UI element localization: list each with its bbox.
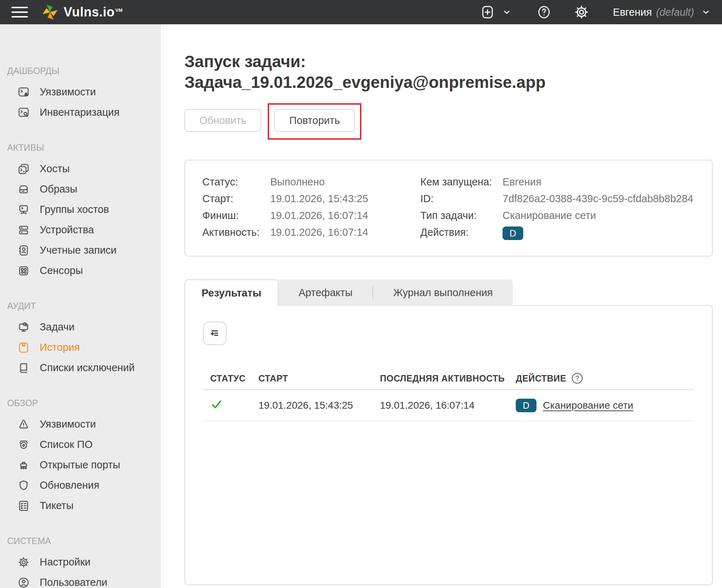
shield-icon — [17, 479, 30, 492]
sidebar-item-label: Учетные записи — [40, 244, 117, 256]
info-label: Статус: — [202, 176, 270, 188]
chevron-down-icon[interactable] — [502, 8, 511, 17]
sidebar-item-istoriya[interactable]: История — [0, 337, 161, 358]
section-title: СИСТЕМА — [7, 536, 161, 546]
filter-button[interactable] — [203, 322, 227, 345]
sidebar-item-label: Тикеты — [40, 500, 74, 512]
add-task-icon[interactable] — [480, 4, 495, 20]
sidebar-item-inventarizaciya[interactable]: Инвентаризация — [0, 102, 161, 123]
sidebar-item-tikety[interactable]: Тикеты — [0, 495, 161, 516]
accounts-icon — [17, 244, 30, 257]
info-column-left: Статус: Выполнено Старт: 19.01.2026, 15:… — [202, 176, 420, 240]
gear-icon[interactable] — [574, 4, 589, 20]
sidebar-item-gruppy-hostov[interactable]: Группы хостов — [0, 199, 161, 220]
section-title: ОБЗОР — [7, 398, 161, 408]
devices-icon — [17, 224, 30, 236]
exclusion-lists-icon — [17, 362, 30, 374]
sidebar-item-label: Открытые порты — [40, 459, 120, 471]
sidebar-item-zadachi[interactable]: Задачи — [0, 317, 161, 337]
users-icon — [17, 576, 30, 588]
activity-value: 19.01.2026, 16:07:14 — [270, 226, 420, 238]
sidebar: ДАШБОРДЫ Уязвимости Инвентаризация — [0, 24, 161, 588]
info-column-right: Кем запущена: Евгения ID: 7df826a2-0388-… — [420, 176, 698, 240]
info-label: Старт: — [202, 193, 270, 205]
page-title-line2: Задача_19.01.2026_evgeniya@onpremise.app — [184, 73, 546, 91]
sidebar-section-assets: АКТИВЫ Хосты Образы — [0, 143, 161, 281]
user-menu[interactable]: Евгения (default) — [613, 6, 711, 18]
sidebar-section-audit: АУДИТ Задачи История — [0, 301, 161, 378]
launched-by-value: Евгения — [503, 176, 698, 188]
start-value: 19.01.2026, 15:43:25 — [270, 193, 420, 205]
page-title: Запуск задачи: Задача_19.01.2026_evgeniy… — [184, 51, 713, 93]
success-check-icon — [210, 398, 223, 411]
warning-screen-icon — [17, 86, 30, 99]
tab-artefakty[interactable]: Артефакты — [278, 279, 372, 306]
software-disc-icon — [17, 438, 30, 451]
sidebar-item-ustroystva[interactable]: Устройства — [0, 220, 161, 240]
row-last-activity-value: 19.01.2026, 16:07:14 — [380, 400, 516, 411]
table-row[interactable]: 19.01.2026, 15:43:25 19.01.2026, 16:07:1… — [203, 390, 694, 422]
page-title-line1: Запуск задачи: — [184, 52, 306, 71]
sidebar-item-obrazy[interactable]: Образы — [0, 179, 161, 199]
info-label: Активность: — [202, 226, 270, 238]
action-badge[interactable]: D — [503, 226, 523, 240]
info-label: ID: — [420, 193, 503, 205]
sidebar-item-label: Настройки — [40, 556, 90, 568]
sidebar-item-hosty[interactable]: Хосты — [0, 159, 161, 179]
action-badge[interactable]: D — [516, 399, 536, 412]
sidebar-section-dashboards: ДАШБОРДЫ Уязвимости Инвентаризация — [0, 66, 161, 123]
sidebar-item-label: Уязвимости — [40, 418, 96, 430]
sensors-icon — [17, 264, 30, 277]
sidebar-item-sensory[interactable]: Сенсоры — [0, 260, 161, 281]
task-id-value: 7df826a2-0388-439c-9c59-cfdab8b8b284 — [503, 193, 698, 205]
user-name: Евгения — [613, 6, 652, 18]
sidebar-item-uchetnye-zapisi[interactable]: Учетные записи — [0, 240, 161, 260]
sidebar-item-obnovleniya[interactable]: Обновления — [0, 475, 161, 495]
refresh-button[interactable]: Обновить — [184, 109, 261, 132]
vulnsio-logo-icon[interactable] — [41, 4, 59, 21]
tickets-icon — [17, 499, 30, 512]
task-info-card: Статус: Выполнено Старт: 19.01.2026, 15:… — [184, 160, 713, 256]
tab-zhurnal-vypolneniya[interactable]: Журнал выполнения — [373, 279, 513, 306]
menu-icon[interactable] — [11, 7, 28, 18]
sidebar-item-otkrytye-porty[interactable]: Открытые порты — [0, 455, 161, 475]
sidebar-item-label: Хосты — [40, 163, 70, 175]
section-title: ДАШБОРДЫ — [7, 66, 161, 76]
info-label: Кем запущена: — [420, 176, 503, 188]
annotation-highlight: Повторить — [268, 103, 361, 140]
section-title: АУДИТ — [7, 301, 161, 311]
info-label: Финиш: — [202, 210, 270, 221]
sidebar-item-label: История — [40, 342, 80, 353]
sidebar-item-polzovateli[interactable]: Пользователи — [0, 572, 161, 588]
help-icon[interactable] — [536, 5, 552, 20]
sidebar-item-label: Уязвимости — [40, 86, 96, 98]
tabs-inactive-group: Артефакты Журнал выполнения — [278, 279, 513, 306]
results-panel: СТАТУС СТАРТ ПОСЛЕДНЯЯ АКТИВНОСТЬ ДЕЙСТВ… — [184, 305, 713, 585]
sidebar-item-uyazvimosti-dashboard[interactable]: Уязвимости — [0, 82, 161, 102]
tab-rezultaty[interactable]: Результаты — [184, 279, 278, 306]
column-help-icon[interactable]: ? — [572, 373, 583, 384]
info-label: Действия: — [420, 226, 503, 240]
info-label: Тип задачи: — [420, 210, 503, 221]
search-screen-icon — [17, 106, 30, 119]
open-ports-icon — [17, 459, 30, 472]
repeat-button[interactable]: Повторить — [274, 109, 355, 132]
sidebar-item-label: Группы хостов — [40, 204, 109, 215]
topbar: Vulns.ioVM Евгения (default) — [0, 0, 722, 24]
section-title: АКТИВЫ — [7, 143, 161, 153]
gear-icon — [17, 556, 30, 569]
action-buttons: Обновить Повторить — [184, 109, 713, 140]
sidebar-item-spisok-po[interactable]: Список ПО — [0, 434, 161, 455]
action-link[interactable]: Сканирование сети — [543, 400, 633, 411]
user-suffix: (default) — [656, 6, 694, 18]
table-header-row: СТАТУС СТАРТ ПОСЛЕДНЯЯ АКТИВНОСТЬ ДЕЙСТВ… — [203, 367, 694, 390]
sidebar-item-nastroyki[interactable]: Настройки — [0, 552, 161, 572]
column-header-action: ДЕЙСТВИЕ — [516, 373, 566, 384]
sidebar-item-spiski-isklyucheniy[interactable]: Списки исключений — [0, 358, 161, 378]
task-type-value: Сканирование сети — [503, 210, 698, 221]
main-content: Запуск задачи: Задача_19.01.2026_evgeniy… — [161, 24, 722, 588]
sidebar-item-label: Образы — [40, 183, 77, 195]
host-groups-icon — [17, 203, 30, 216]
sidebar-item-uyazvimosti-obzor[interactable]: Уязвимости — [0, 414, 161, 434]
warning-triangle-icon — [17, 418, 30, 431]
